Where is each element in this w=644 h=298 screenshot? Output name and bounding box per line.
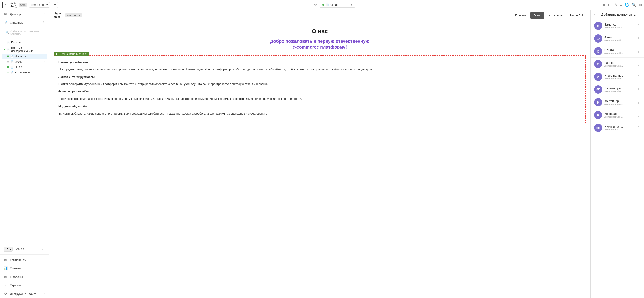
- cms-badge: CMS: [19, 3, 27, 7]
- nav-link-home-en[interactable]: Home EN: [567, 12, 586, 19]
- component-item-banner[interactable]: Б Баннер /component/ba... ⋮: [590, 58, 644, 71]
- nizhnyaya-pan-avatar: НП: [594, 124, 602, 132]
- component-item-ssylka[interactable]: С Ссылка /component/att... ⋮: [590, 45, 644, 58]
- sidebar-item-components[interactable]: ⊞ Компоненты: [0, 255, 49, 264]
- prev-page-icon[interactable]: ‹: [42, 248, 44, 251]
- component-item-fayl[interactable]: Ф Файл /component/att... ⋮: [590, 32, 644, 45]
- tree-item-chto-novogo[interactable]: 📄 Что новоего: [2, 70, 47, 75]
- preview-logo-line1: digital: [54, 12, 62, 16]
- home-en-green-dot-icon: [7, 56, 9, 57]
- grid-icon[interactable]: ⊞: [639, 3, 642, 7]
- power-icon[interactable]: ⏻: [608, 3, 612, 7]
- top-bar-right-icons: 🖥 ⏻ ✎ ≡ 🌐 🔍 ⊞: [602, 3, 642, 7]
- logo-box: DC: [2, 2, 8, 8]
- fayl-info: Файл /component/att...: [604, 36, 634, 42]
- back-icon[interactable]: ←: [299, 2, 304, 8]
- nav-link-o-nas[interactable]: О нас: [530, 12, 544, 19]
- banner-avatar: Б: [594, 60, 602, 68]
- sidebar-item-pages[interactable]: 📄 Страницы ↻: [0, 18, 49, 27]
- shop-chevron-icon: ▾: [46, 3, 48, 7]
- component-item-luchshie-pre[interactable]: ЛП Лучшие пре... /component/be... ⋮: [590, 83, 644, 96]
- home-en-arrow-icon: ›: [44, 55, 46, 58]
- sidebar-item-skripty[interactable]: ⌗ Скрипты: [0, 281, 49, 289]
- skripty-icon: ⌗: [4, 283, 8, 287]
- fayl-more-icon[interactable]: ⋮: [637, 37, 640, 41]
- browser-nav: ← → ↻ 📄 О нас ▾ ⋮: [60, 2, 600, 8]
- edit-icon[interactable]: ✎: [614, 3, 617, 7]
- info-banner-more-icon[interactable]: ⋮: [637, 75, 640, 79]
- more-options-icon[interactable]: ⋮: [357, 3, 361, 7]
- component-tag[interactable]: ■ HTML контент (Rich Text): [54, 52, 89, 56]
- kopirayt-more-icon[interactable]: ⋮: [637, 113, 640, 117]
- component-item-nizhnyaya-pan[interactable]: НП Нижняя пан... /component/... ⋮: [590, 122, 644, 134]
- sidebar-label-components: Компоненты: [10, 258, 46, 261]
- per-page-select[interactable]: 10 25 50: [4, 247, 12, 252]
- konteyner-more-icon[interactable]: ⋮: [637, 100, 640, 105]
- ssylka-name: Ссылка: [604, 48, 634, 52]
- component-item-konteyner[interactable]: К Контейнер /component/co... ⋮: [590, 96, 644, 109]
- sidebar-item-shablony[interactable]: ⊞ Шаблоны: [0, 272, 49, 281]
- tree-item-o-nas[interactable]: 📄 О нас: [2, 65, 47, 70]
- component-tag-label: HTML контент (Rich Text): [59, 53, 87, 55]
- zametka-avatar: З: [594, 22, 602, 30]
- content-block-3: Модульный дизайн: Вы сами выбираете, как…: [58, 104, 581, 116]
- ssylka-info: Ссылка /component/att...: [604, 48, 634, 54]
- tree-item-glavnaya[interactable]: 📄 Главная: [2, 40, 47, 45]
- pages-section: 🔍 Отфильтровать дочерние элемент...: [0, 27, 49, 40]
- nav-link-glavnaya[interactable]: Главная: [512, 12, 529, 19]
- shop-selector[interactable]: demo-shop ▾: [29, 2, 50, 8]
- component-item-zametka[interactable]: З Заметка /component/Note ⋮: [590, 20, 644, 32]
- tree-item-cms-descriptor[interactable]: 📄 cms-level-descriptor.level.xml: [2, 45, 47, 54]
- forward-icon[interactable]: →: [306, 2, 311, 8]
- component-list: З Заметка /component/Note ⋮ Ф Файл /comp…: [590, 20, 644, 298]
- luchshie-pre-more-icon[interactable]: ⋮: [637, 88, 640, 92]
- globe-icon[interactable]: 🌐: [624, 3, 629, 7]
- component-item-info-banner[interactable]: И Инфо-Баннер /component/ba... ⋮: [590, 71, 644, 83]
- ssylka-path: /component/att...: [604, 52, 634, 54]
- tree-label-chto-novogo: Что новоего: [15, 71, 46, 74]
- page-subtitle: Добро пожаловать в первую отечественную …: [54, 38, 586, 50]
- monitor-icon[interactable]: 🖥: [602, 3, 605, 7]
- page-url-bar[interactable]: 📄 О нас ▾: [320, 2, 355, 8]
- ssylka-more-icon[interactable]: ⋮: [637, 49, 640, 54]
- statika-icon: 📊: [4, 266, 8, 270]
- konteyner-name: Контейнер: [604, 99, 634, 103]
- target-outline-dot-icon: [7, 61, 9, 63]
- search-icon[interactable]: 🔍: [632, 3, 636, 7]
- sidebar-item-dashboard[interactable]: ⊞ Дашборд ›: [0, 10, 49, 18]
- page-url-text: О нас: [330, 3, 338, 7]
- tree-item-target[interactable]: 📄 target ›: [2, 59, 47, 65]
- back-button[interactable]: ‹: [594, 13, 595, 17]
- refresh-icon[interactable]: ↻: [313, 2, 318, 8]
- zametka-more-icon[interactable]: ⋮: [637, 24, 640, 28]
- luchshie-pre-path: /component/be...: [604, 90, 634, 93]
- pagination-arrows: ‹ ›: [42, 248, 46, 251]
- sidebar-item-instrumenty[interactable]: ⚙ Инструменты сайта ›: [0, 289, 49, 298]
- pages-refresh-icon[interactable]: ↻: [43, 21, 46, 24]
- nizhnyaya-pan-more-icon[interactable]: ⋮: [637, 126, 640, 130]
- top-bar: DC digitalchief_ CMS demo-shop ▾ + ← → ↻…: [0, 0, 644, 10]
- tree-item-home-en[interactable]: 📄 Home EN ›: [2, 54, 47, 59]
- kopirayt-info: Копирайт /component/co...: [604, 112, 634, 118]
- filter-placeholder-text: Отфильтровать дочерние элемент...: [10, 30, 44, 35]
- luchshie-pre-name: Лучшие пре...: [604, 87, 634, 90]
- tree-label-home-en: Home EN: [15, 55, 43, 58]
- status-dot-green: [322, 4, 324, 6]
- zametka-name: Заметка: [604, 23, 634, 26]
- pagination: 10 25 50 1–5 of 5 ‹ ›: [0, 245, 49, 253]
- component-item-kopirayt[interactable]: К Копирайт /component/co... ⋮: [590, 109, 644, 122]
- page-title: О нас: [54, 28, 586, 35]
- sidebar-label-skripty: Скрипты: [10, 284, 46, 287]
- konteyner-avatar: К: [594, 98, 602, 106]
- filter-input-wrapper[interactable]: 🔍 Отфильтровать дочерние элемент...: [4, 29, 46, 36]
- sidebar-divider: [0, 254, 49, 255]
- sidebar-item-statika[interactable]: 📊 Статика: [0, 264, 49, 272]
- banner-more-icon[interactable]: ⋮: [637, 62, 640, 66]
- info-banner-avatar: И: [594, 73, 602, 81]
- nizhnyaya-pan-name: Нижняя пан...: [604, 125, 634, 128]
- sidebar-label-dashboard: Дашборд: [10, 13, 42, 16]
- menu-icon[interactable]: ≡: [620, 3, 622, 7]
- next-page-icon[interactable]: ›: [44, 248, 46, 251]
- add-button[interactable]: +: [52, 2, 58, 8]
- nav-link-chto-novogo[interactable]: Что нового: [545, 12, 566, 19]
